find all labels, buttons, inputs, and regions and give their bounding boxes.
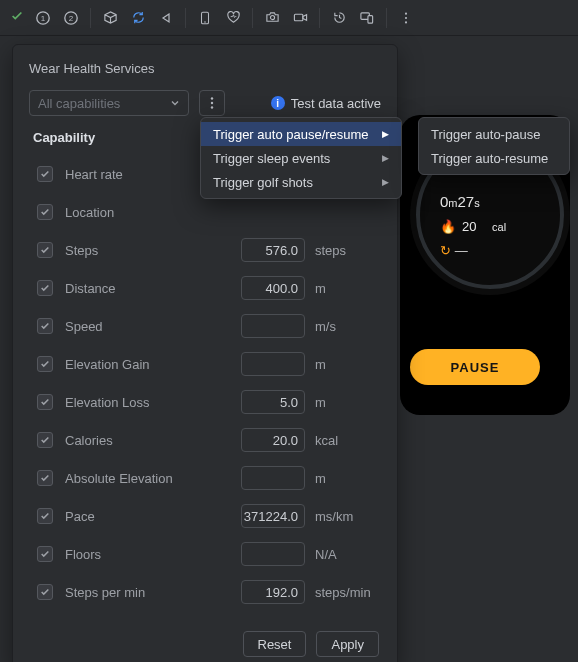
submenu-auto-pause[interactable]: Trigger auto-pause xyxy=(419,122,569,146)
capability-value-input[interactable]: 576.0 xyxy=(241,238,305,262)
capability-row: Pace371224.0ms/km xyxy=(29,497,381,535)
refresh-icon[interactable] xyxy=(125,5,151,31)
svg-point-11 xyxy=(405,16,407,18)
capability-row: Elevation Gainm xyxy=(29,345,381,383)
capability-checkbox[interactable] xyxy=(37,470,53,486)
camera-icon[interactable] xyxy=(259,5,285,31)
capability-unit: m xyxy=(315,281,381,296)
submenu-auto-resume[interactable]: Trigger auto-resume xyxy=(419,146,569,170)
submenu-arrow-icon: ▶ xyxy=(382,153,389,163)
capability-unit: N/A xyxy=(315,547,381,562)
health-icon[interactable] xyxy=(220,5,246,31)
capability-name: Distance xyxy=(65,281,241,296)
capability-row: FloorsN/A xyxy=(29,535,381,573)
svg-rect-9 xyxy=(368,16,373,24)
devices-icon[interactable] xyxy=(354,5,380,31)
capability-row: Speedm/s xyxy=(29,307,381,345)
capability-name: Floors xyxy=(65,547,241,562)
capability-checkbox[interactable] xyxy=(37,546,53,562)
capability-unit: ms/km xyxy=(315,509,381,524)
submenu-arrow-icon: ▶ xyxy=(382,129,389,139)
capability-row: Calories20.0kcal xyxy=(29,421,381,459)
capability-value-input[interactable]: 20.0 xyxy=(241,428,305,452)
panel-title: Wear Health Services xyxy=(29,61,381,76)
svg-point-6 xyxy=(270,15,274,19)
capability-row: Elevation Loss5.0m xyxy=(29,383,381,421)
info-icon: i xyxy=(271,96,285,110)
watch-pause-button[interactable]: PAUSE xyxy=(410,349,540,385)
test-data-status: i Test data active xyxy=(271,96,381,111)
watch-duration: 0m27s xyxy=(440,193,480,210)
capability-checkbox[interactable] xyxy=(37,508,53,524)
capability-row: Steps per min192.0steps/min xyxy=(29,573,381,611)
capability-checkbox[interactable] xyxy=(37,204,53,220)
capability-value-input[interactable]: 5.0 xyxy=(241,390,305,414)
capability-checkbox[interactable] xyxy=(37,432,53,448)
capability-value-input[interactable]: 400.0 xyxy=(241,276,305,300)
svg-point-14 xyxy=(211,102,213,104)
svg-rect-7 xyxy=(294,14,302,21)
panel-more-button[interactable] xyxy=(199,90,225,116)
play-left-icon[interactable] xyxy=(153,5,179,31)
capability-checkbox[interactable] xyxy=(37,584,53,600)
phone-icon[interactable] xyxy=(192,5,218,31)
apply-button[interactable]: Apply xyxy=(316,631,379,657)
capability-checkbox[interactable] xyxy=(37,318,53,334)
check-icon xyxy=(6,9,28,26)
svg-point-15 xyxy=(211,106,213,108)
capability-name: Absolute Elevation xyxy=(65,471,241,486)
capability-checkbox[interactable] xyxy=(37,242,53,258)
capability-value-input[interactable] xyxy=(241,314,305,338)
svg-text:2: 2 xyxy=(69,14,74,23)
svg-point-10 xyxy=(405,12,407,14)
history-icon[interactable] xyxy=(326,5,352,31)
chevron-down-icon xyxy=(170,96,180,111)
capability-unit: steps xyxy=(315,243,381,258)
flame-icon: 🔥 xyxy=(440,219,456,234)
more-icon[interactable] xyxy=(393,5,419,31)
capability-checkbox[interactable] xyxy=(37,356,53,372)
capability-row: Steps576.0steps xyxy=(29,231,381,269)
capability-name: Calories xyxy=(65,433,241,448)
trigger-menu: Trigger auto pause/resume▶ Trigger sleep… xyxy=(200,117,402,199)
package-icon[interactable] xyxy=(97,5,123,31)
capability-name: Steps per min xyxy=(65,585,241,600)
capability-name: Steps xyxy=(65,243,241,258)
capability-checkbox[interactable] xyxy=(37,166,53,182)
watch-refresh: ↻ — xyxy=(440,243,468,258)
capability-checkbox[interactable] xyxy=(37,280,53,296)
capability-value-input[interactable]: 371224.0 xyxy=(241,504,305,528)
capability-name: Speed xyxy=(65,319,241,334)
watch-calories: 🔥 20 cal xyxy=(440,219,506,234)
svg-point-13 xyxy=(211,97,213,99)
capability-unit: m xyxy=(315,357,381,372)
capability-unit: m/s xyxy=(315,319,381,334)
capability-row: Distance400.0m xyxy=(29,269,381,307)
capability-unit: m xyxy=(315,395,381,410)
video-icon[interactable] xyxy=(287,5,313,31)
menu-sleep-events[interactable]: Trigger sleep events▶ xyxy=(201,146,401,170)
capability-unit: m xyxy=(315,471,381,486)
capability-unit: steps/min xyxy=(315,585,381,600)
capability-checkbox[interactable] xyxy=(37,394,53,410)
capability-value-input[interactable] xyxy=(241,542,305,566)
capability-value-input[interactable]: 192.0 xyxy=(241,580,305,604)
capability-name: Pace xyxy=(65,509,241,524)
svg-point-12 xyxy=(405,21,407,23)
circle-1-icon[interactable]: 1 xyxy=(30,5,56,31)
trigger-submenu: Trigger auto-pause Trigger auto-resume xyxy=(418,117,570,175)
capabilities-dropdown[interactable]: All capabilities xyxy=(29,90,189,116)
reset-button[interactable]: Reset xyxy=(243,631,307,657)
svg-text:1: 1 xyxy=(41,14,46,23)
menu-golf-shots[interactable]: Trigger golf shots▶ xyxy=(201,170,401,194)
menu-auto-pause-resume[interactable]: Trigger auto pause/resume▶ xyxy=(201,122,401,146)
capability-name: Location xyxy=(65,205,381,220)
capability-row: Absolute Elevationm xyxy=(29,459,381,497)
submenu-arrow-icon: ▶ xyxy=(382,177,389,187)
main-toolbar: 1 2 xyxy=(0,0,578,36)
capability-value-input[interactable] xyxy=(241,466,305,490)
capability-value-input[interactable] xyxy=(241,352,305,376)
capability-name: Elevation Gain xyxy=(65,357,241,372)
circle-2-icon[interactable]: 2 xyxy=(58,5,84,31)
capability-name: Elevation Loss xyxy=(65,395,241,410)
